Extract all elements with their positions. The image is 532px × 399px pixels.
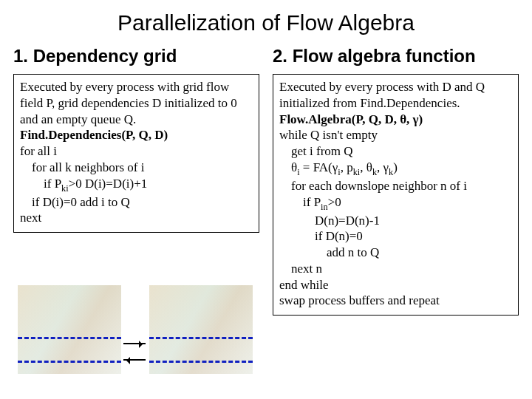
text: , θ [360, 160, 372, 174]
dashed-line [18, 337, 121, 339]
dashed-line [149, 337, 253, 339]
left-fn: Find.Dependencies(P, Q, D) [20, 128, 168, 142]
left-intro: Executed by every process with grid flow… [20, 80, 237, 126]
arrow-left-icon [123, 359, 146, 361]
map-diagram [18, 285, 262, 381]
left-column: 1. Dependency grid Executed by every pro… [13, 41, 259, 316]
subscript: i [338, 167, 340, 177]
dashed-line [18, 361, 121, 363]
subscript: in [321, 202, 328, 212]
right-intro: Executed by every process with D and Q i… [279, 80, 485, 110]
columns: 1. Dependency grid Executed by every pro… [0, 41, 532, 316]
text: θ [291, 160, 297, 174]
right-swap: swap process buffers and repeat [279, 293, 440, 307]
right-add-n: add n to Q [279, 245, 512, 261]
right-theta-line: θi = FA(γi, pki, θk, γk) [279, 160, 512, 178]
left-next: next [20, 211, 41, 225]
left-for-i: for all i [20, 144, 57, 158]
arrow-right-icon [123, 343, 146, 344]
subscript: k [372, 167, 377, 177]
subscript: i [297, 167, 299, 177]
subscript: ki [353, 167, 361, 177]
left-if-p: if Pki>0 D(i)=D(i)+1 [20, 176, 253, 194]
right-dn: D(n)=D(n)-1 [279, 213, 512, 229]
right-if-dn: if D(n)=0 [279, 228, 512, 245]
slide-title: Parallelization of Flow Algebra [0, 10, 532, 35]
text: if P [44, 177, 61, 191]
right-box: Executed by every process with D and Q i… [273, 74, 519, 316]
left-heading: 1. Dependency grid [13, 46, 259, 66]
right-next-n: next n [279, 261, 512, 277]
right-column: 2. Flow algebra function Executed by eve… [273, 41, 519, 316]
text: , p [341, 160, 353, 174]
left-for-k: for all k neighbors of i [20, 160, 253, 176]
text: if P [303, 195, 321, 209]
text: = FA(γ [300, 160, 338, 174]
subscript: k [389, 167, 393, 177]
text: , γ [377, 160, 389, 174]
right-fn: Flow.Algebra(P, Q, D, θ, γ) [279, 112, 423, 126]
text: ) [393, 160, 398, 174]
subscript: ki [61, 183, 69, 194]
left-if-d: if D(i)=0 add i to Q [20, 194, 253, 211]
right-end-while: end while [279, 278, 329, 292]
right-heading: 2. Flow algebra function [273, 46, 519, 66]
right-if-pin: if Pin>0 [279, 194, 512, 213]
text: >0 D(i)=D(i)+1 [69, 177, 148, 191]
text: >0 [328, 195, 341, 209]
right-for-n: for each downslope neighbor n of i [279, 178, 512, 194]
right-while: while Q isn't empty [279, 128, 378, 142]
right-get: get i from Q [279, 143, 512, 160]
left-box: Executed by every process with grid flow… [13, 74, 259, 233]
dashed-line [149, 361, 253, 363]
